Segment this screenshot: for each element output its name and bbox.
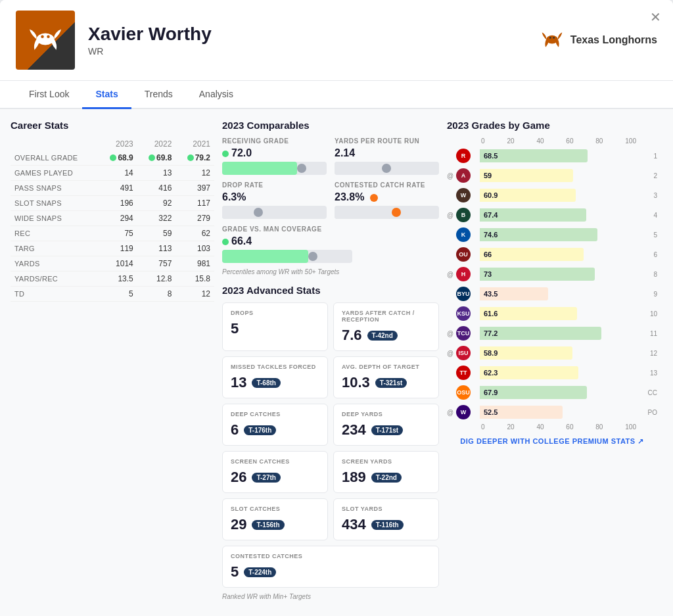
career-stats-table: 2023 2022 2021 OVERALL GRADE 68.9 69.8 7… [11,137,214,302]
col-header-2021: 2021 [175,137,214,151]
missed-tackles-card: MISSED TACKLES FORCED 13 T-68th [222,356,328,398]
game-number: 13 [638,369,657,377]
stat-label: YARDS/REC [11,272,99,287]
bar-area: 52.5 [480,406,638,419]
drops-value: 5 [231,320,239,337]
table-row: REC 75 59 62 [11,226,214,241]
yards-after-catch-card: YARDS AFTER CATCH / RECEPTION 7.6 T-42nd [333,302,439,351]
player-info: Xavier Worthy WR [88,24,540,57]
team-icon: TT [456,366,471,380]
team-icon: H [456,267,471,281]
modal-container: Xavier Worthy WR Texas Longhorns ✕ First… [0,0,673,616]
col-header-2023: 2023 [99,137,137,151]
team-icon: TCU [456,326,471,341]
game-row: TT 62.3 13 [447,364,657,381]
bar-area: 74.6 [480,228,638,241]
deep-catches-card: DEEP CATCHES 6 T-176th [222,404,328,446]
slc-rank: T-156th [252,520,284,530]
dc-value: 6 [231,421,239,438]
header: Xavier Worthy WR Texas Longhorns ✕ [0,0,673,81]
game-number: 10 [638,310,657,318]
bar-area: 61.6 [480,307,638,320]
sly-rank: T-116th [371,520,404,530]
game-number: 5 [638,231,657,239]
game-number: 2 [638,172,657,179]
close-button[interactable]: ✕ [650,9,661,25]
team-icon: W [456,405,471,419]
drop-rate-comp: DROP RATE 6.3% [222,181,327,219]
team-logo [16,11,75,70]
game-row: OU 66 6 [447,246,657,263]
team-icon: KSU [456,306,471,321]
team-icon: BYU [456,287,471,301]
table-row: OVERALL GRADE 68.9 69.8 79.2 [11,151,214,166]
screen-catches-card: SCREEN CATCHES 26 T-27th [222,451,328,493]
yac-rank: T-42nd [367,331,398,341]
game-number: CC [638,389,657,396]
dig-deeper-link[interactable]: DIG DEEPER WITH COLLEGE PREMIUM STATS ↗ [447,437,657,446]
team-info: Texas Longhorns [540,28,657,52]
svg-point-4 [549,37,551,39]
team-name: Texas Longhorns [570,34,657,46]
yac-value: 7.6 [342,327,362,344]
game-number: 4 [638,212,657,219]
bar-area: 62.3 [480,366,638,379]
advanced-stats-section: 2023 Advanced Stats DROPS 5 YARDS AFTER … [222,285,439,600]
cc-rank: T-224th [244,567,276,577]
stat-label: OVERALL GRADE [11,151,99,166]
col-header-label [11,137,99,151]
team-icon: K [456,227,471,242]
tab-stats[interactable]: Stats [82,81,131,109]
team-icon: W [456,188,471,202]
bar-area: 73 [480,268,638,281]
bar-area: 66 [480,248,638,261]
yards-per-route-comp: YARDS PER ROUTE RUN 2.14 [335,137,439,175]
game-rows-container: R 68.5 1 @ A 59 2 W 60.9 3 [447,147,657,421]
grade-bar: 67.9 [480,386,587,399]
game-row: W 60.9 3 [447,187,657,204]
slot-yards-card: SLOT YARDS 434 T-116th [333,498,439,540]
dy-value: 234 [342,421,366,438]
stat-label: SLOT SNAPS [11,196,99,211]
game-number: 9 [638,291,657,298]
game-number: 3 [638,192,657,199]
table-row: TARG 119 113 103 [11,241,214,256]
slc-value: 29 [231,516,246,533]
game-row: @ W 52.5 PO [447,404,657,421]
table-row: YARDS/REC 13.5 12.8 15.8 [11,272,214,287]
bar-area: 67.4 [480,208,638,222]
comparables-section: 2023 Comparables RECEIVING GRADE 72.0 [222,120,439,275]
player-name: Xavier Worthy [88,24,540,45]
grade-bar: 62.3 [480,366,578,379]
mt-value: 13 [231,374,246,391]
stat-label: YARDS [11,256,99,272]
stat-label: TARG [11,241,99,256]
grade-bar: 74.6 [480,228,597,241]
slot-catches-card: SLOT CATCHES 29 T-156th [222,498,328,540]
grade-bar: 60.9 [480,189,576,202]
adv-footnote: Ranked WR with Min+ Targets [222,593,439,600]
receiving-grade-comp: RECEIVING GRADE 72.0 [222,137,327,175]
grade-bar: 43.5 [480,287,548,300]
grade-bar: 61.6 [480,307,577,320]
team-icon: A [456,168,471,183]
tab-trends[interactable]: Trends [131,81,186,109]
tab-analysis[interactable]: Analysis [186,81,246,109]
bar-area: 59 [480,169,638,182]
grade-bar: 77.2 [480,327,601,340]
screen-yards-card: SCREEN YARDS 189 T-22nd [333,451,439,493]
game-number: 6 [638,251,657,258]
team-icon: ISU [456,346,471,360]
game-number: 8 [638,271,657,278]
advanced-stats-grid: DROPS 5 YARDS AFTER CATCH / RECEPTION 7.… [222,302,439,588]
tab-first-look[interactable]: First Look [16,81,82,109]
table-row: SLOT SNAPS 196 92 117 [11,196,214,211]
sy-value: 189 [342,469,366,486]
grade-bar: 68.5 [480,149,588,162]
ado-rank: T-321st [375,378,407,388]
contested-catch-comp: CONTESTED CATCH RATE 23.8% [335,181,439,219]
svg-point-1 [41,36,44,39]
stat-label: WIDE SNAPS [11,211,99,226]
career-stats-title: Career Stats [11,120,214,131]
game-row: OSU 67.9 CC [447,384,657,401]
